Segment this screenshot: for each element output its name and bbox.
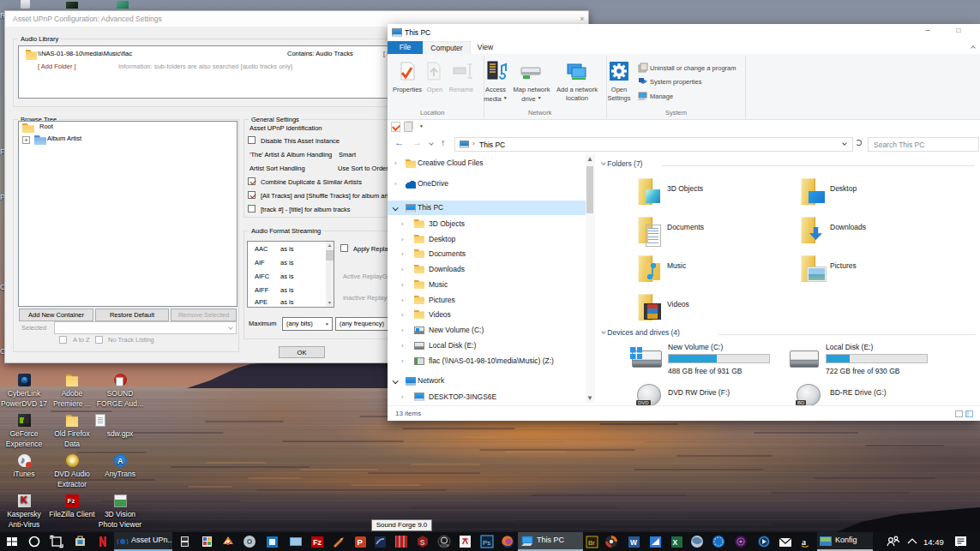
- svg-text:Fz: Fz: [313, 538, 322, 547]
- svg-text:a: a: [802, 537, 806, 547]
- svg-text:W: W: [630, 538, 638, 547]
- svg-text:P: P: [358, 537, 364, 547]
- svg-text:S: S: [420, 538, 425, 547]
- svg-text:Br: Br: [588, 539, 595, 547]
- svg-text:X: X: [673, 538, 678, 547]
- svg-text:14:49: 14:49: [923, 537, 944, 547]
- svg-text:LOOM: LOOM: [440, 544, 449, 548]
- svg-text:Ps: Ps: [483, 539, 490, 547]
